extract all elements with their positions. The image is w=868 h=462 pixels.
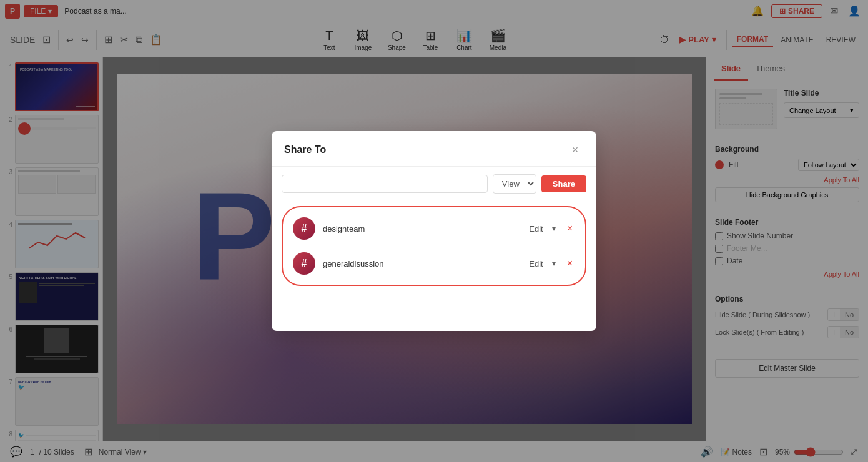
- share-to-modal: Share To × View Share # designteam Edit …: [272, 131, 596, 331]
- generaldiscussion-avatar: #: [293, 252, 315, 275]
- designteam-permission: Edit: [529, 224, 543, 233]
- generaldiscussion-permission: Edit: [529, 259, 543, 268]
- modal-title: Share To: [284, 144, 326, 155]
- modal-list-inner: # designteam Edit ▾ × # generaldisussion…: [282, 206, 586, 286]
- designteam-permission-chevron[interactable]: ▾: [551, 223, 557, 234]
- modal-search-row: View Share: [272, 167, 596, 201]
- designteam-name: designteam: [323, 224, 521, 233]
- modal-close-button[interactable]: ×: [566, 141, 584, 159]
- modal-item-designteam: # designteam Edit ▾ ×: [285, 211, 583, 246]
- generaldiscussion-remove-button[interactable]: ×: [565, 257, 575, 270]
- designteam-avatar: #: [293, 217, 315, 240]
- designteam-remove-button[interactable]: ×: [565, 222, 575, 235]
- modal-empty-area: [282, 286, 586, 323]
- modal-view-select[interactable]: View: [493, 174, 536, 194]
- generaldiscussion-permission-chevron[interactable]: ▾: [551, 258, 557, 269]
- modal-search-input[interactable]: [282, 175, 488, 193]
- modal-share-button[interactable]: Share: [541, 175, 586, 192]
- generaldiscussion-name: generaldisussion: [323, 259, 521, 268]
- modal-list: # designteam Edit ▾ × # generaldisussion…: [272, 201, 596, 331]
- modal-header: Share To ×: [272, 131, 596, 167]
- modal-item-generaldiscussion: # generaldisussion Edit ▾ ×: [285, 246, 583, 281]
- modal-overlay: Share To × View Share # designteam Edit …: [0, 0, 868, 462]
